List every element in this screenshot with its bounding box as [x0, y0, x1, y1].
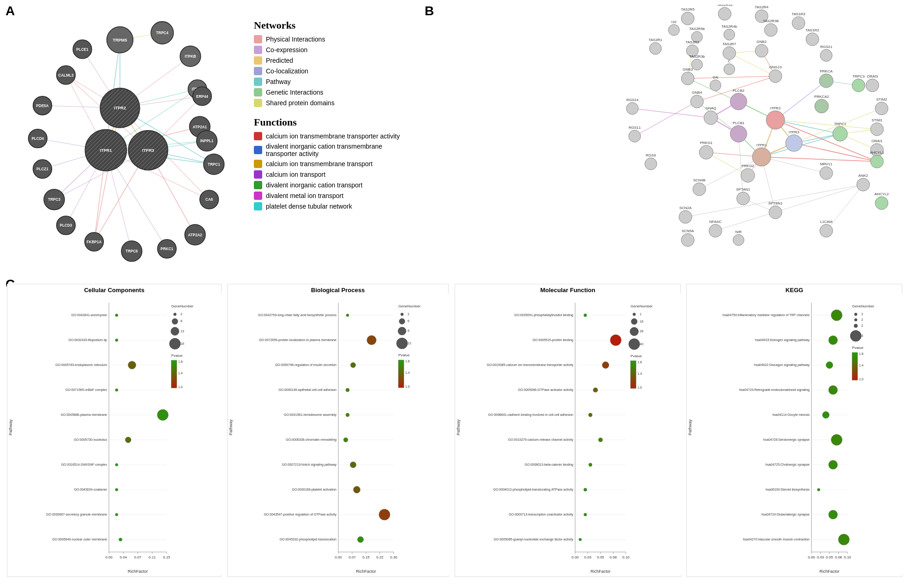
legend-item: Co-localization — [254, 67, 411, 75]
panel-c-charts: Cellular Components Biological Process M… — [5, 277, 905, 582]
svg-text:CA8: CA8 — [205, 198, 213, 202]
svg-line-116 — [635, 102, 697, 136]
svg-point-187 — [833, 126, 847, 141]
svg-point-189 — [866, 79, 879, 92]
networks-title: Networks — [254, 19, 411, 31]
svg-text:C: C — [728, 59, 731, 63]
legend-item: calcium ion transmembrane transporter ac… — [254, 132, 411, 140]
svg-point-203 — [820, 167, 833, 180]
svg-text:TAS2R5: TAS2R5 — [681, 7, 695, 12]
svg-text:NIR: NIR — [735, 230, 742, 234]
svg-text:TAS1R3: TAS1R3 — [792, 12, 805, 16]
svg-line-115 — [632, 108, 711, 118]
legend-item: Physical Interactions — [254, 35, 411, 43]
svg-text:ERP44: ERP44 — [196, 95, 208, 99]
svg-text:PLCZ1: PLCZ1 — [36, 167, 48, 171]
svg-point-145 — [649, 42, 661, 54]
svg-text:PLCD4: PLCD4 — [31, 137, 44, 141]
svg-text:TRPC3: TRPC3 — [48, 198, 60, 202]
svg-text:GNG13: GNG13 — [769, 65, 782, 69]
svg-point-149 — [723, 47, 736, 60]
svg-point-223 — [733, 234, 744, 246]
svg-text:PRKCA: PRKCA — [820, 69, 833, 73]
legend-item: platelet dense tubular network — [254, 202, 411, 210]
svg-text:SCN2A: SCN2A — [679, 206, 692, 210]
panel-b-string-network: TAS2R5TAS2R43TAS2R4TAS1R3I10TAS2R5bTAS2R… — [425, 5, 900, 272]
svg-point-129 — [718, 7, 731, 20]
svg-point-139 — [724, 29, 735, 40]
legend-item: divalent inorganic cation transmembrane … — [254, 143, 411, 157]
legend-item: Pathway — [254, 78, 411, 86]
svg-text:TRPC4: TRPC4 — [156, 31, 168, 35]
svg-text:TAS1R2: TAS1R2 — [805, 28, 819, 32]
svg-text:PRKC1: PRKC1 — [161, 247, 174, 251]
svg-point-217 — [769, 206, 782, 219]
legend-item: Co-expression — [254, 46, 411, 54]
svg-text:ANK2: ANK2 — [859, 174, 868, 178]
legend-item: calcium ion transmembrane transport — [254, 160, 411, 168]
svg-line-106 — [729, 53, 775, 76]
svg-text:TRPC3: TRPC3 — [853, 74, 865, 78]
svg-text:RGS21: RGS21 — [820, 45, 833, 49]
svg-text:TAS2R4: TAS2R4 — [755, 5, 769, 9]
svg-point-155 — [820, 49, 832, 61]
svg-text:PLCB2: PLCB2 — [733, 89, 745, 93]
svg-text:AHCYL2: AHCYL2 — [874, 192, 889, 196]
kegg-title: KEGG — [687, 287, 902, 294]
svg-point-181 — [815, 99, 829, 113]
svg-text:SCN4B: SCN4B — [693, 178, 706, 182]
svg-text:TAS2R38: TAS2R38 — [763, 19, 779, 23]
svg-text:TRPC6: TRPC6 — [126, 249, 138, 253]
svg-point-157 — [724, 64, 735, 75]
svg-point-167 — [691, 95, 703, 108]
svg-point-151 — [691, 59, 703, 70]
svg-text:PLCE1: PLCE1 — [76, 48, 89, 52]
svg-point-207 — [871, 155, 883, 168]
svg-point-141 — [764, 24, 777, 36]
svg-text:GN: GN — [713, 75, 718, 79]
svg-point-127 — [681, 12, 694, 25]
svg-point-209 — [875, 197, 888, 210]
svg-text:STIM2: STIM2 — [876, 97, 887, 102]
functions-title: Functions — [254, 116, 411, 128]
svg-point-169 — [730, 93, 747, 110]
svg-text:ORAI1: ORAI1 — [871, 139, 883, 143]
svg-text:ATP2A1: ATP2A1 — [193, 125, 207, 129]
svg-text:TRPC1: TRPC1 — [208, 162, 220, 167]
legend-item: divalent inorganic cation transport — [254, 181, 411, 189]
svg-point-143 — [806, 33, 819, 46]
panel-a-network: TRPM5TRPC4ITPKBITPKAPLCE1CALML3PDE5APLCD… — [5, 5, 245, 272]
legend-item: Genetic Interactions — [254, 88, 411, 96]
svg-point-221 — [709, 224, 722, 237]
svg-text:PDE5A: PDE5A — [36, 104, 48, 108]
svg-text:AHCYL1: AHCYL1 — [870, 150, 884, 155]
svg-text:CALML3: CALML3 — [58, 73, 73, 78]
svg-text:ATP2A2: ATP2A2 — [188, 233, 202, 237]
svg-point-205 — [857, 178, 870, 191]
svg-text:RGS14: RGS14 — [626, 98, 639, 102]
svg-point-213 — [679, 210, 692, 223]
svg-text:RGS9: RGS9 — [646, 153, 656, 157]
svg-text:TAS2R7: TAS2R7 — [722, 42, 736, 46]
svg-text:ORAI3: ORAI3 — [867, 74, 878, 78]
legend-item: divalent metal ion transport — [254, 192, 411, 200]
svg-text:ITPKB: ITPKB — [185, 54, 196, 59]
svg-text:PLCD3: PLCD3 — [60, 223, 72, 228]
svg-text:PRKG2: PRKG2 — [741, 164, 754, 168]
svg-point-135 — [668, 24, 679, 36]
legend-item: calcium ion transport — [254, 170, 411, 179]
svg-text:L1CAM: L1CAM — [820, 220, 833, 224]
svg-text:I10: I10 — [671, 20, 677, 24]
svg-point-179 — [752, 148, 771, 166]
svg-text:ITPR1: ITPR1 — [100, 148, 112, 153]
svg-point-199 — [629, 130, 641, 142]
svg-text:TAS2R43: TAS2R43 — [717, 5, 733, 7]
biological-process-title: Biological Process — [228, 287, 448, 294]
svg-text:ITPR2: ITPR2 — [770, 106, 781, 110]
svg-point-219 — [681, 234, 694, 246]
svg-text:GNAQ: GNAQ — [705, 106, 716, 110]
svg-point-165 — [710, 80, 721, 91]
svg-point-227 — [852, 79, 865, 92]
svg-line-117 — [688, 76, 775, 78]
svg-text:ITPR3: ITPR3 — [789, 130, 799, 134]
